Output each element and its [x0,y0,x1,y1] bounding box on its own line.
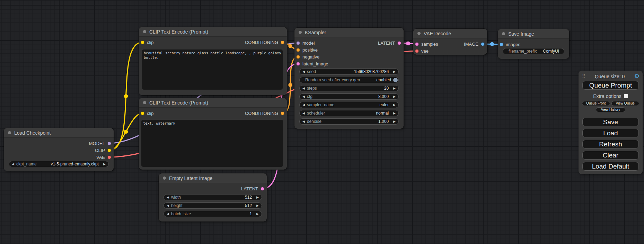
widget-random-seed-after-every-gen[interactable]: Random seed after every genenabled [299,77,399,83]
input-slot-label: clip [147,40,154,45]
node-title-bar[interactable]: Save Image [498,29,569,39]
output-port-LATENT[interactable] [261,187,264,191]
widget-steps[interactable]: ◀steps20▶ [299,85,399,91]
decrement-arrow-icon[interactable]: ◀ [300,112,307,115]
output-slot-label: CLIP [95,148,105,153]
prompt-textarea[interactable]: beautiful scenery nature glass bottle la… [142,49,283,90]
input-port-clip[interactable] [141,40,144,44]
collapse-dot-icon[interactable] [163,177,166,180]
widget-value: 156680208700286 [354,69,389,74]
decrement-arrow-icon[interactable]: ◀ [300,120,307,123]
save-button[interactable]: Save [582,118,639,126]
input-slot-label: positive [302,47,318,53]
widget-height[interactable]: ◀height512▶ [164,202,262,209]
extra-options-checkbox[interactable] [624,94,628,98]
node-graph-canvas[interactable]: Load CheckpointMODELCLIPVAE◀ckpt_namev1-… [0,0,644,244]
input-port-images[interactable] [500,43,503,46]
node-title-bar[interactable]: Load Checkpoint [4,128,114,138]
view-history-button[interactable]: View History [596,107,625,112]
collapse-dot-icon[interactable] [143,101,146,104]
queue-front-button[interactable]: Queue Front [582,101,610,106]
output-port-CONDITIONING[interactable] [281,111,284,115]
widget-cfg[interactable]: ◀cfg8.000▶ [299,93,399,100]
decrement-arrow-icon[interactable]: ◀ [9,163,16,166]
decrement-arrow-icon[interactable]: ◀ [300,70,307,73]
widget-width[interactable]: ◀width512▶ [164,194,262,200]
increment-arrow-icon[interactable]: ▶ [254,196,262,199]
decrement-arrow-icon[interactable]: ◀ [300,103,307,107]
input-port-positive[interactable] [296,48,300,52]
clear-button[interactable]: Clear [582,151,639,160]
widget-label: denoise [307,119,321,124]
load-button[interactable]: Load [582,129,639,137]
queue-prompt-button[interactable]: Queue Prompt [582,81,639,90]
collapse-dot-icon[interactable] [8,131,11,134]
save-image-node[interactable]: Save Imageimagesfilename_prefixComfyUI [498,29,569,59]
widget-denoise[interactable]: ◀denoise1.000▶ [299,118,399,125]
load-default-button[interactable]: Load Default [582,162,639,171]
input-port-clip[interactable] [141,111,144,115]
node-title-bar[interactable]: CLIP Text Encode (Prompt) [139,98,287,108]
input-port-latent_image[interactable] [296,62,300,66]
output-port-VAE[interactable] [107,155,111,159]
widget-filename_prefix[interactable]: filename_prefixComfyUI [503,48,564,54]
widget-scheduler[interactable]: ◀schedulernormal▶ [299,110,399,116]
queue-panel-header: ⠿ Queue size: 0 ⚙ [579,71,643,79]
empty-latent-image-node[interactable]: Empty Latent ImageLATENT◀width512▶◀heigh… [159,173,267,222]
drag-handle-icon[interactable]: ⠿ [582,75,585,78]
increment-arrow-icon[interactable]: ▶ [391,95,398,98]
gear-icon[interactable]: ⚙ [634,74,639,79]
prompt-textarea[interactable]: text, watermark [141,120,283,167]
node-title: Load Checkpoint [14,130,51,136]
refresh-button[interactable]: Refresh [582,140,639,148]
collapse-dot-icon[interactable] [143,30,146,33]
output-port-IMAGE[interactable] [481,42,485,46]
input-port-samples[interactable] [415,42,419,46]
ksampler-node[interactable]: KSamplermodelpositivenegativelatent_imag… [294,28,404,129]
clip-text-encode-negative-node[interactable]: CLIP Text Encode (Prompt)clipCONDITIONIN… [139,98,287,170]
node-title-bar[interactable]: VAE Decode [413,29,487,38]
output-port-MODEL[interactable] [107,142,111,145]
widget-batch_size[interactable]: ◀batch_size1▶ [164,211,262,217]
decrement-arrow-icon[interactable]: ◀ [164,196,171,199]
input-slot-latent_image: latent_image [296,60,328,67]
increment-arrow-icon[interactable]: ▶ [391,112,398,115]
load-checkpoint-node[interactable]: Load CheckpointMODELCLIPVAE◀ckpt_namev1-… [4,128,114,171]
collapse-dot-icon[interactable] [502,32,505,35]
node-title: Empty Latent Image [169,175,212,181]
node-title-bar[interactable]: Empty Latent Image [159,173,267,183]
increment-arrow-icon[interactable]: ▶ [391,103,398,107]
collapse-dot-icon[interactable] [299,31,302,34]
widget-value: enabled [376,78,391,82]
increment-arrow-icon[interactable]: ▶ [391,87,398,90]
input-port-negative[interactable] [296,55,300,59]
decrement-arrow-icon[interactable]: ◀ [164,204,171,207]
increment-arrow-icon[interactable]: ▶ [254,213,262,216]
increment-arrow-icon[interactable]: ▶ [254,204,262,207]
input-slot-vae: vae [415,47,429,54]
clip-text-encode-positive-node[interactable]: CLIP Text Encode (Prompt)clipCONDITIONIN… [139,27,287,95]
widget-ckpt_name[interactable]: ◀ckpt_namev1-5-pruned-emaonly.ckpt▶ [9,161,109,167]
decrement-arrow-icon[interactable]: ◀ [164,213,171,216]
decrement-arrow-icon[interactable]: ◀ [300,87,307,90]
node-title: CLIP Text Encode (Prompt) [149,29,208,35]
widget-seed[interactable]: ◀seed156680208700286▶ [299,69,399,75]
increment-arrow-icon[interactable]: ▶ [101,163,108,166]
input-slot-label: negative [302,54,319,60]
output-port-CLIP[interactable] [107,148,111,152]
widget-sampler_name[interactable]: ◀sampler_nameeuler▶ [299,102,399,108]
node-title-bar[interactable]: KSampler [294,28,404,37]
node-title-bar[interactable]: CLIP Text Encode (Prompt) [139,27,287,37]
decrement-arrow-icon[interactable]: ◀ [300,95,307,98]
increment-arrow-icon[interactable]: ▶ [391,120,398,123]
collapse-dot-icon[interactable] [417,32,421,35]
view-queue-button[interactable]: View Queue [611,101,639,106]
input-slot-label: clip [147,111,154,116]
output-port-CONDITIONING[interactable] [281,40,284,44]
increment-arrow-icon[interactable]: ▶ [391,70,398,73]
output-port-LATENT[interactable] [397,41,401,45]
vae-decode-node[interactable]: VAE DecodesamplesvaeIMAGE [413,29,487,55]
input-port-vae[interactable] [415,49,419,53]
toggle-knob[interactable] [393,78,398,82]
input-port-model[interactable] [296,41,300,45]
